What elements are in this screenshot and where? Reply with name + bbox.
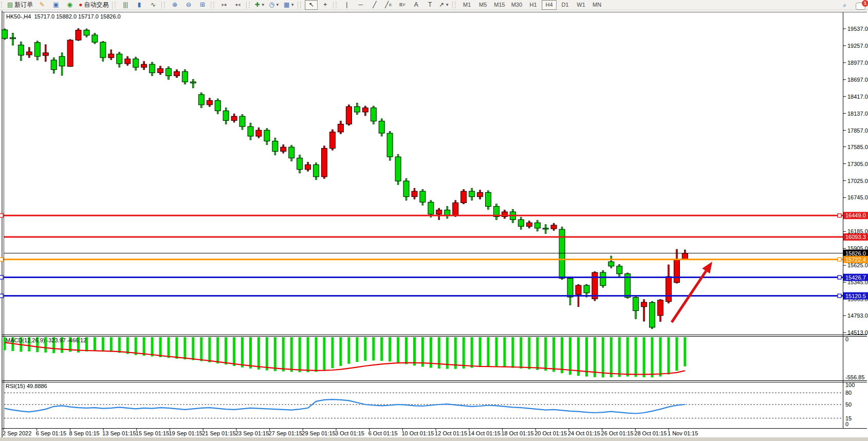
svg-text:50: 50 bbox=[845, 401, 852, 408]
line-handle[interactable] bbox=[0, 214, 3, 217]
cursor-button[interactable]: ↖ bbox=[305, 0, 318, 10]
line-handle[interactable] bbox=[838, 214, 841, 217]
ohlc-close: 15826.0 bbox=[100, 13, 121, 20]
sound-button[interactable]: ◉ bbox=[63, 0, 76, 10]
line-handle[interactable] bbox=[0, 275, 3, 279]
tf-m15[interactable]: M15 bbox=[491, 0, 507, 10]
horizontal-line-button[interactable]: ─ bbox=[354, 0, 367, 10]
tf-m30[interactable]: M30 bbox=[509, 0, 525, 10]
tf-w1[interactable]: W1 bbox=[574, 0, 588, 10]
svg-text:0: 0 bbox=[845, 421, 848, 427]
chart-canvas: 19537.019257.018977.018697.018417.018137… bbox=[0, 0, 868, 441]
candle bbox=[330, 130, 336, 150]
svg-text:1 Nov 01:15: 1 Nov 01:15 bbox=[668, 430, 698, 436]
cursor-icon: ↖ bbox=[309, 1, 314, 9]
candlestick-chart-button[interactable]: ▮ bbox=[133, 0, 146, 10]
mt4-app: 19537.019257.018977.018697.018417.018137… bbox=[0, 0, 868, 441]
search-button[interactable]: ⌕ bbox=[838, 1, 851, 10]
new-order-button[interactable]: ▤新订单 bbox=[6, 0, 34, 10]
svg-text:6 Sep 01:15: 6 Sep 01:15 bbox=[36, 430, 66, 436]
dropdown-caret-icon: ▼ bbox=[445, 1, 449, 9]
ohlc-low: 15717.0 bbox=[78, 13, 99, 20]
svg-text:28 Oct 01:15: 28 Oct 01:15 bbox=[634, 430, 667, 436]
svg-text:0: 0 bbox=[845, 336, 848, 342]
svg-text:23 Sep 01:15: 23 Sep 01:15 bbox=[235, 430, 269, 436]
time-axis: 2 Sep 20226 Sep 01:158 Sep 01:1513 Sep 0… bbox=[3, 429, 698, 436]
svg-text:27 Sep 01:15: 27 Sep 01:15 bbox=[269, 430, 302, 436]
line-handle[interactable] bbox=[838, 258, 841, 261]
svg-text:80: 80 bbox=[845, 390, 852, 396]
axis-price-label: 15120.5 bbox=[843, 292, 868, 300]
ohlc-open: 15717.0 bbox=[34, 13, 54, 20]
svg-text:15826.0: 15826.0 bbox=[845, 250, 866, 256]
auto-scroll-icon: ↦ bbox=[221, 1, 227, 9]
new-order-icon: ▤ bbox=[7, 1, 13, 9]
zoom-out-button[interactable]: ⊖ bbox=[182, 0, 195, 10]
crosshair-button[interactable]: + bbox=[319, 0, 331, 10]
chart-title: HK50-,H4 15717.0 15882.0 15717.0 15826.0 bbox=[6, 13, 121, 20]
text-button[interactable]: A bbox=[410, 0, 422, 10]
arrows-button[interactable]: ↗▼ bbox=[437, 0, 451, 10]
macd-indicator-label: MACD(12,26,9) -323.97 -466.12 bbox=[6, 337, 86, 343]
line-handle[interactable] bbox=[0, 258, 3, 261]
bar-chart-button[interactable]: ||| bbox=[119, 0, 132, 10]
tile-windows-icon: ⊞ bbox=[200, 1, 205, 9]
tf-d1[interactable]: D1 bbox=[558, 0, 572, 10]
notification-badge: 1 bbox=[862, 0, 868, 7]
svg-text:19537.0: 19537.0 bbox=[847, 26, 868, 32]
equidistant-channel-button[interactable]: ╱E bbox=[382, 0, 395, 10]
text-label-button[interactable]: T bbox=[423, 0, 436, 10]
tf-mn[interactable]: MN bbox=[589, 0, 604, 10]
autotrading-button[interactable]: ●自动交易 bbox=[77, 0, 110, 10]
indicators-button[interactable]: ✚▼ bbox=[253, 0, 267, 10]
svg-text:2 Sep 2022: 2 Sep 2022 bbox=[3, 430, 31, 436]
autotrading-button-label: 自动交易 bbox=[84, 1, 109, 9]
tf-h1[interactable]: H1 bbox=[526, 0, 541, 10]
chart-shift-button[interactable]: ↤ bbox=[232, 0, 245, 10]
candle bbox=[346, 105, 352, 125]
templates-button[interactable]: ▦▼ bbox=[282, 0, 296, 10]
auto-scroll-button[interactable]: ↦ bbox=[218, 0, 231, 10]
window-frame bbox=[0, 10, 868, 441]
line-handle[interactable] bbox=[838, 275, 841, 279]
periods-button[interactable]: ◷▼ bbox=[268, 0, 281, 10]
trendline-button[interactable]: ╱ bbox=[368, 0, 381, 10]
svg-text:16093.3: 16093.3 bbox=[845, 234, 866, 240]
chat-bubble-icon[interactable]: 1 bbox=[856, 3, 865, 10]
tf-h4[interactable]: H4 bbox=[542, 0, 557, 10]
line-chart-button[interactable]: ∿ bbox=[147, 0, 160, 10]
crosshair-icon: + bbox=[323, 1, 327, 9]
crayon-icon: ✎ bbox=[40, 1, 45, 9]
tf-m1[interactable]: M1 bbox=[459, 0, 474, 10]
terminal-icon: ▣ bbox=[53, 1, 59, 9]
tile-windows-button[interactable]: ⊞ bbox=[196, 0, 209, 10]
svg-text:100: 100 bbox=[845, 382, 855, 388]
svg-text:17585.0: 17585.0 bbox=[847, 144, 868, 150]
ohlc-high: 15882.0 bbox=[56, 13, 77, 20]
tf-m5[interactable]: M5 bbox=[475, 0, 490, 10]
svg-text:24 Oct 01:15: 24 Oct 01:15 bbox=[568, 430, 600, 436]
line-handle[interactable] bbox=[0, 294, 3, 298]
vertical-line-button[interactable]: | bbox=[340, 0, 353, 10]
fibonacci-button[interactable]: ≡F bbox=[396, 0, 409, 10]
tool-sub-letter: E bbox=[389, 1, 392, 9]
axis-price-label: 16449.0 bbox=[843, 212, 868, 219]
search-icon: ⌕ bbox=[843, 1, 846, 10]
svg-text:-556.85: -556.85 bbox=[845, 374, 864, 380]
fibonacci-icon: ≡ bbox=[399, 1, 402, 9]
candle bbox=[453, 200, 458, 217]
tool-sub-letter: F bbox=[403, 1, 405, 9]
svg-text:18417.0: 18417.0 bbox=[847, 94, 868, 100]
zoom-in-button[interactable]: ⊕ bbox=[169, 0, 181, 10]
svg-text:19257.0: 19257.0 bbox=[847, 43, 868, 49]
terminal-button[interactable]: ▣ bbox=[49, 0, 62, 10]
candle bbox=[395, 154, 401, 185]
axis-price-label: 15426.7 bbox=[843, 274, 868, 281]
svg-text:16449.0: 16449.0 bbox=[845, 212, 866, 218]
horizontal-line-icon: ─ bbox=[358, 1, 363, 9]
svg-text:15: 15 bbox=[845, 415, 852, 421]
svg-text:19 Sep 01:15: 19 Sep 01:15 bbox=[169, 430, 202, 436]
line-handle[interactable] bbox=[838, 294, 841, 298]
crayon-button[interactable]: ✎ bbox=[35, 0, 48, 10]
text-icon: A bbox=[414, 1, 418, 9]
